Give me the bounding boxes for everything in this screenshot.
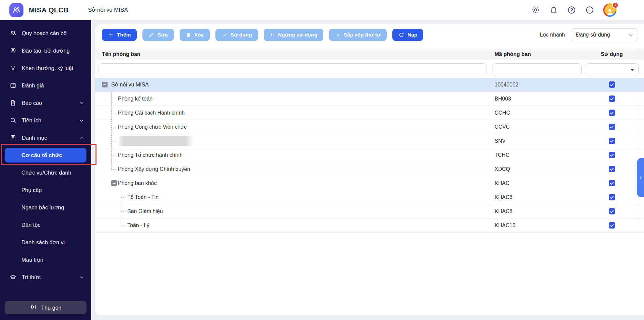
sidebar-item-10[interactable]: Ngạch bậc lương bbox=[0, 199, 91, 216]
department-name-cell: Phòng ban khác bbox=[95, 176, 489, 190]
app-root: MISA QLCB Sở nội vụ MISA 2 Qu bbox=[0, 0, 644, 320]
table-row[interactable]: Phòng Công chức Viên chứcCCVC bbox=[95, 120, 644, 134]
tree-line bbox=[121, 211, 125, 212]
sidebar-item-label: Phụ cấp bbox=[21, 187, 42, 193]
bell-icon[interactable] bbox=[549, 5, 558, 15]
button-label: Sửa bbox=[157, 32, 168, 38]
header-use: Sử dụng bbox=[585, 51, 639, 57]
expand-panel-tab[interactable] bbox=[637, 158, 644, 197]
content-card: ThêmSửaXóaSử dụngNgừng sử dụngSắp xếp th… bbox=[95, 24, 644, 315]
use-cell bbox=[585, 194, 639, 200]
used-checkbox-checked[interactable] bbox=[609, 81, 615, 88]
tree-line bbox=[111, 162, 112, 169]
sidebar-item-0[interactable]: Quy hoạch cán bộ bbox=[0, 24, 91, 42]
sidebar-item-1[interactable]: Đào tạo, bồi dưỡng bbox=[0, 42, 91, 59]
sidebar-item-13[interactable]: Mẫu trộn bbox=[0, 251, 91, 268]
sidebar-item-label: Đánh giá bbox=[22, 82, 44, 89]
used-checkbox-checked[interactable] bbox=[609, 110, 615, 116]
used-checkbox-checked[interactable] bbox=[609, 138, 615, 144]
search-icon bbox=[9, 117, 17, 124]
department-name: Phòng kế toán bbox=[95, 96, 152, 102]
department-code: 10040002 bbox=[489, 82, 585, 88]
used-checkbox-checked[interactable] bbox=[609, 208, 615, 214]
table-row[interactable]: Ban Giám hiệuKHAC8 bbox=[95, 204, 644, 218]
table-row[interactable]: Phòng kế toánBH003 bbox=[95, 92, 644, 106]
collapse-label: Thu gọn bbox=[41, 305, 62, 311]
trash-icon bbox=[186, 32, 191, 38]
collapse-sidebar-button[interactable]: Thu gọn bbox=[5, 301, 86, 314]
tree-line bbox=[111, 155, 116, 155]
collapse-node-icon[interactable] bbox=[102, 82, 108, 87]
sidebar-item-4[interactable]: Báo cáo bbox=[0, 94, 91, 112]
used-checkbox-checked[interactable] bbox=[609, 222, 615, 229]
topbar: MISA QLCB Sở nội vụ MISA 2 bbox=[0, 0, 644, 20]
tree-line bbox=[111, 113, 116, 113]
gear-icon[interactable] bbox=[531, 5, 540, 15]
used-checkbox-checked[interactable] bbox=[609, 194, 615, 200]
department-name: Tổ Toán - Tin bbox=[95, 194, 158, 200]
pencil-button[interactable]: Sửa bbox=[142, 29, 174, 41]
department-name: Phòng Cải cách Hành chính bbox=[95, 110, 185, 116]
table-row[interactable]: Phòng Tổ chức hành chínhTCHC bbox=[95, 148, 644, 162]
pause-icon bbox=[270, 32, 275, 38]
name-filter-input[interactable] bbox=[99, 63, 487, 76]
used-checkbox-checked[interactable] bbox=[609, 166, 615, 172]
sidebar-item-5[interactable]: Tiện ích bbox=[0, 112, 91, 129]
pause-button[interactable]: Ngừng sử dụng bbox=[264, 29, 323, 41]
use-cell bbox=[585, 138, 639, 144]
tree-line bbox=[121, 226, 125, 226]
sidebar-active-item-label[interactable]: Cơ cấu tổ chức bbox=[5, 148, 86, 163]
department-name-cell: Tổ Toán - Tin bbox=[95, 190, 489, 204]
use-cell bbox=[585, 166, 639, 172]
button-label: Xóa bbox=[194, 32, 204, 38]
sidebar-item-6[interactable]: Danh mục bbox=[0, 129, 91, 146]
tree-line bbox=[111, 127, 116, 127]
sidebar-item-9[interactable]: Phụ cấp bbox=[0, 181, 91, 199]
collapse-node-icon[interactable] bbox=[111, 180, 117, 186]
code-filter-input[interactable] bbox=[493, 63, 582, 76]
help-icon[interactable] bbox=[567, 5, 576, 15]
sidebar-item-14[interactable]: Tri thức bbox=[0, 268, 91, 286]
table-row[interactable]: Phòng Xây dựng Chính quyềnXDCQ bbox=[95, 162, 644, 176]
tree-line bbox=[111, 169, 116, 170]
button-label: Thêm bbox=[117, 32, 131, 38]
used-checkbox-checked[interactable] bbox=[609, 152, 615, 158]
table-row[interactable]: Sở nội vụ MISA10040002 bbox=[95, 78, 644, 92]
refresh-icon bbox=[398, 32, 404, 38]
tree-line bbox=[121, 197, 125, 198]
toolbar: ThêmSửaXóaSử dụngNgừng sử dụngSắp xếp th… bbox=[95, 24, 644, 41]
pencil-icon bbox=[148, 32, 154, 38]
used-checkbox-checked[interactable] bbox=[609, 124, 615, 130]
use-cell bbox=[585, 152, 639, 158]
used-checkbox-checked[interactable] bbox=[609, 180, 615, 186]
sidebar-item-7-active[interactable]: Cơ cấu tổ chức bbox=[0, 146, 91, 164]
quick-filter-select[interactable]: Đang sử dụng bbox=[571, 28, 638, 41]
unit-tab[interactable]: Sở nội vụ MISA bbox=[88, 7, 128, 13]
tree-line bbox=[121, 218, 121, 226]
sidebar-item-label: Tiện ích bbox=[22, 117, 41, 124]
trophy-icon bbox=[9, 64, 17, 72]
plus-button[interactable]: Thêm bbox=[102, 29, 137, 41]
sidebar-item-8[interactable]: Chức vụ/Chức danh bbox=[0, 164, 91, 181]
table-row[interactable]: Phòng ban khácKHAC bbox=[95, 176, 644, 190]
table-row[interactable]: SNV bbox=[95, 134, 644, 148]
notification-badge: 2 bbox=[612, 2, 619, 8]
table-row[interactable]: Toán - LýKHAC16 bbox=[95, 218, 644, 233]
use-filter-select[interactable] bbox=[586, 63, 639, 76]
department-name-cell: Phòng Xây dựng Chính quyền bbox=[95, 162, 489, 176]
sort-button[interactable]: Sắp xếp thứ tự bbox=[329, 29, 387, 41]
sidebar-item-11[interactable]: Dân tộc bbox=[0, 216, 91, 234]
table-row[interactable]: Tổ Toán - TinKHAC6 bbox=[95, 190, 644, 204]
user-avatar[interactable]: 2 bbox=[603, 3, 617, 17]
sidebar-item-12[interactable]: Danh sách đơn vị bbox=[0, 234, 91, 251]
check-button[interactable]: Sử dụng bbox=[215, 29, 258, 41]
sidebar-item-label: Danh mục bbox=[22, 135, 47, 141]
sidebar-item-2[interactable]: Khen thưởng, kỷ luật bbox=[0, 59, 91, 77]
column-filter-row bbox=[95, 60, 644, 78]
used-checkbox-checked[interactable] bbox=[609, 95, 615, 102]
table-row[interactable]: Phòng Cải cách Hành chínhCCHC bbox=[95, 106, 644, 120]
trash-button[interactable]: Xóa bbox=[180, 29, 210, 41]
refresh-button[interactable]: Nạp bbox=[392, 29, 423, 41]
sidebar-item-3[interactable]: Đánh giá bbox=[0, 77, 91, 94]
more-icon[interactable] bbox=[585, 5, 594, 15]
